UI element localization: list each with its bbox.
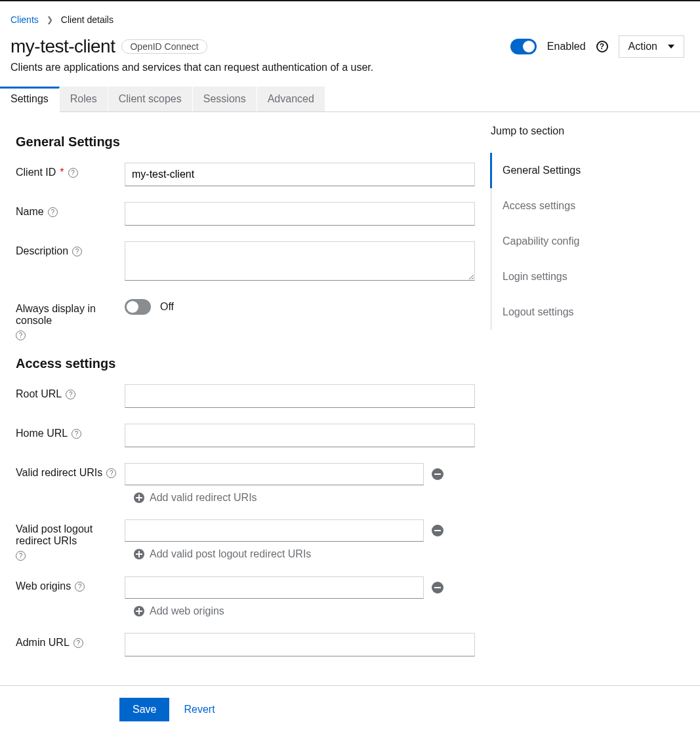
jump-nav: General Settings Access settings Capabil…: [491, 153, 672, 330]
remove-icon[interactable]: [432, 525, 443, 536]
revert-button[interactable]: Revert: [184, 704, 215, 715]
jump-item-capability[interactable]: Capability config: [490, 224, 672, 259]
help-icon[interactable]: ?: [68, 168, 78, 178]
help-icon[interactable]: ?: [75, 582, 85, 592]
enabled-toggle[interactable]: [510, 39, 537, 54]
remove-icon[interactable]: [432, 582, 443, 594]
home-url-input[interactable]: [125, 424, 475, 447]
tab-client-scopes[interactable]: Client scopes: [108, 87, 193, 111]
help-icon[interactable]: ?: [16, 331, 26, 340]
add-redirect-uri-button[interactable]: Add valid redirect URIs: [134, 492, 475, 504]
description-label: Description ?: [16, 241, 125, 257]
add-post-logout-uri-button[interactable]: Add valid post logout redirect URIs: [134, 548, 475, 560]
plus-icon: [134, 549, 144, 559]
page-subtitle: Clients are applications and services th…: [10, 62, 684, 73]
admin-url-input[interactable]: [125, 633, 475, 656]
tab-roles[interactable]: Roles: [60, 87, 108, 111]
help-icon[interactable]: ?: [16, 551, 26, 561]
post-logout-uris-label: Valid post logout redirect URIs ?: [16, 519, 125, 561]
root-url-input[interactable]: [125, 384, 475, 408]
remove-icon[interactable]: [432, 468, 443, 480]
help-icon[interactable]: ?: [72, 247, 82, 256]
always-display-label: Always display in console ?: [16, 299, 125, 340]
web-origins-label: Web origins ?: [16, 576, 125, 592]
help-icon[interactable]: ?: [106, 468, 116, 478]
home-url-label: Home URL ?: [16, 424, 125, 439]
breadcrumb-current: Client details: [61, 14, 113, 25]
web-origins-input[interactable]: [125, 576, 424, 599]
root-url-label: Root URL ?: [16, 384, 125, 400]
breadcrumb-parent-link[interactable]: Clients: [10, 14, 39, 25]
help-icon[interactable]: ?: [596, 41, 608, 52]
plus-icon: [134, 493, 144, 503]
client-id-label: Client ID * ?: [16, 163, 125, 178]
action-dropdown-label: Action: [628, 41, 657, 52]
jump-item-login[interactable]: Login settings: [490, 259, 672, 294]
help-icon[interactable]: ?: [73, 638, 83, 648]
jump-item-logout[interactable]: Logout settings: [490, 294, 672, 330]
client-id-input[interactable]: [125, 163, 475, 186]
help-icon[interactable]: ?: [48, 207, 58, 217]
tab-advanced[interactable]: Advanced: [257, 87, 325, 111]
add-web-origins-button[interactable]: Add web origins: [134, 605, 475, 617]
jump-item-access[interactable]: Access settings: [490, 188, 672, 224]
caret-down-icon: [668, 45, 674, 49]
section-access-title: Access settings: [16, 356, 475, 371]
always-display-toggle[interactable]: [125, 299, 151, 315]
name-input[interactable]: [125, 202, 475, 226]
redirect-uri-input[interactable]: [125, 463, 424, 485]
tabs: Settings Roles Client scopes Sessions Ad…: [0, 87, 700, 112]
breadcrumb: Clients ❯ Client details: [10, 14, 684, 25]
redirect-uris-label: Valid redirect URIs ?: [16, 463, 125, 479]
tab-sessions[interactable]: Sessions: [193, 87, 257, 111]
protocol-badge: OpenID Connect: [121, 39, 207, 54]
jump-section-title: Jump to section: [491, 125, 672, 137]
required-indicator: *: [60, 167, 64, 178]
save-button[interactable]: Save: [119, 698, 169, 721]
tab-settings[interactable]: Settings: [0, 87, 60, 112]
section-general-title: General Settings: [16, 134, 475, 150]
plus-icon: [134, 606, 144, 616]
chevron-right-icon: ❯: [47, 15, 53, 24]
help-icon[interactable]: ?: [66, 390, 75, 399]
help-icon[interactable]: ?: [72, 429, 81, 439]
always-display-status: Off: [160, 301, 174, 313]
description-input[interactable]: [125, 241, 475, 281]
post-logout-uri-input[interactable]: [125, 519, 424, 542]
action-dropdown[interactable]: Action: [619, 35, 684, 58]
enabled-label: Enabled: [547, 41, 586, 52]
name-label: Name ?: [16, 202, 125, 218]
admin-url-label: Admin URL ?: [16, 633, 125, 649]
jump-item-general[interactable]: General Settings: [490, 153, 672, 188]
page-title: my-test-client: [10, 36, 115, 57]
